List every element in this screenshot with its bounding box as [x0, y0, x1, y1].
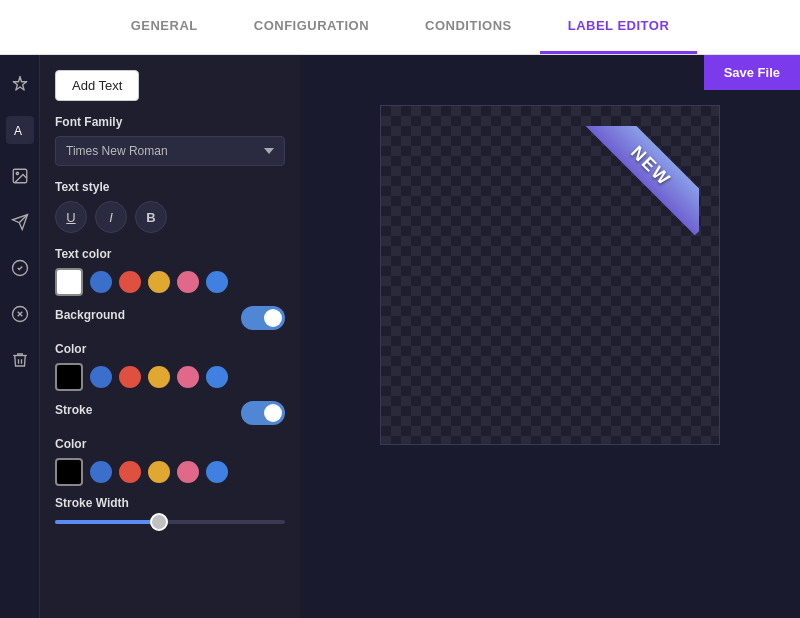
stroke-color-pink1[interactable] — [177, 461, 199, 483]
canvas-wrapper[interactable]: NEW — [380, 105, 720, 445]
tab-label-editor[interactable]: LABEL EDITOR — [540, 0, 698, 54]
stroke-width-slider-thumb[interactable] — [150, 513, 168, 531]
stroke-color-yellow1[interactable] — [148, 461, 170, 483]
background-toggle-knob — [264, 309, 282, 327]
italic-button[interactable]: I — [95, 201, 127, 233]
text-color-label: Text color — [55, 247, 285, 261]
stroke-label: Stroke — [55, 403, 92, 417]
svg-text:A: A — [14, 124, 22, 138]
text-color-white[interactable] — [55, 268, 83, 296]
ribbon-text: NEW — [627, 142, 676, 191]
bg-color-yellow1[interactable] — [148, 366, 170, 388]
ribbon: NEW — [582, 126, 699, 235]
trash-icon[interactable] — [6, 346, 34, 374]
bg-color-red1[interactable] — [119, 366, 141, 388]
bg-color-pink1[interactable] — [177, 366, 199, 388]
background-label: Background — [55, 308, 125, 322]
text-color-red1[interactable] — [119, 271, 141, 293]
color-label-bg: Color — [55, 342, 285, 356]
stroke-width-slider-fill — [55, 520, 159, 524]
image-icon[interactable] — [6, 162, 34, 190]
stroke-toggle-row: Stroke — [55, 401, 285, 425]
stroke-width-label: Stroke Width — [55, 496, 285, 510]
text-style-label: Text style — [55, 180, 285, 194]
bg-color-blue1[interactable] — [90, 366, 112, 388]
stroke-toggle-knob — [264, 404, 282, 422]
check-circle-icon[interactable] — [6, 254, 34, 282]
bold-button[interactable]: B — [135, 201, 167, 233]
text-color-pink1[interactable] — [177, 271, 199, 293]
bg-color-black[interactable] — [55, 363, 83, 391]
background-toggle[interactable] — [241, 306, 285, 330]
stroke-color-red1[interactable] — [119, 461, 141, 483]
ribbon-wrapper: NEW — [569, 126, 699, 256]
bg-color-row — [55, 363, 285, 391]
stroke-toggle[interactable] — [241, 401, 285, 425]
sparkle-icon[interactable] — [6, 70, 34, 98]
font-family-select[interactable]: Times New Roman — [55, 136, 285, 166]
canvas-area: Save File NEW — [300, 55, 800, 618]
stroke-color-blue2[interactable] — [206, 461, 228, 483]
tab-conditions[interactable]: CONDITIONS — [397, 0, 540, 54]
bg-color-blue2[interactable] — [206, 366, 228, 388]
add-text-button[interactable]: Add Text — [55, 70, 139, 101]
text-color-row — [55, 268, 285, 296]
icon-sidebar: A — [0, 55, 40, 618]
x-circle-icon[interactable] — [6, 300, 34, 328]
stroke-color-black[interactable] — [55, 458, 83, 486]
send-icon[interactable] — [6, 208, 34, 236]
color-label-stroke: Color — [55, 437, 285, 451]
top-navigation: GENERAL CONFIGURATION CONDITIONS LABEL E… — [0, 0, 800, 55]
text-style-row: U I B — [55, 201, 285, 233]
svg-point-2 — [16, 172, 18, 174]
text-icon[interactable]: A — [6, 116, 34, 144]
stroke-color-blue1[interactable] — [90, 461, 112, 483]
stroke-width-slider-track[interactable] — [55, 520, 285, 524]
stroke-color-row — [55, 458, 285, 486]
main-area: A Add Text Font Family Times New Roman T… — [0, 55, 800, 618]
underline-button[interactable]: U — [55, 201, 87, 233]
controls-panel: Add Text Font Family Times New Roman Tex… — [40, 55, 300, 618]
stroke-width-slider-container — [55, 520, 285, 524]
background-toggle-row: Background — [55, 306, 285, 330]
text-color-blue1[interactable] — [90, 271, 112, 293]
save-file-button[interactable]: Save File — [704, 55, 800, 90]
text-color-blue2[interactable] — [206, 271, 228, 293]
text-color-yellow1[interactable] — [148, 271, 170, 293]
tab-general[interactable]: GENERAL — [103, 0, 226, 54]
tab-configuration[interactable]: CONFIGURATION — [226, 0, 397, 54]
font-family-label: Font Family — [55, 115, 285, 129]
